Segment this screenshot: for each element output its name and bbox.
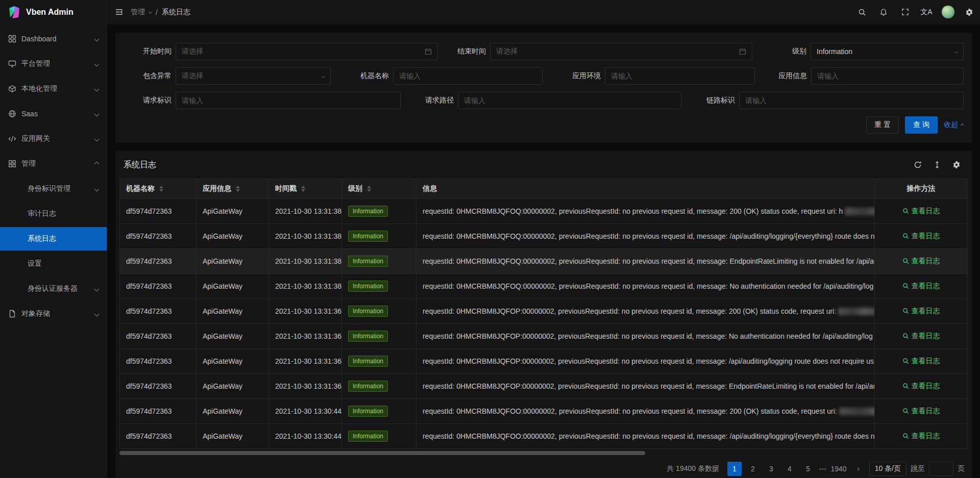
page-button-2[interactable]: 2 (746, 462, 760, 476)
cell-timestamp: 2021-10-30 13:31:38 (269, 249, 342, 274)
menu-fold-icon[interactable] (107, 0, 131, 24)
row-height-icon[interactable] (933, 161, 941, 169)
level-label: 级别 (771, 47, 806, 56)
logo[interactable]: Vben Admin (0, 0, 107, 24)
filter-row-2: 包含异常 请选择 机器名称 应用环境 应用信息 (124, 67, 964, 85)
page-button-3[interactable]: 3 (764, 462, 778, 476)
view-log-link[interactable]: 查看日志 (902, 307, 940, 316)
avatar-wrap[interactable] (937, 0, 959, 24)
level-badge: Information (348, 331, 388, 342)
redacted-text (845, 208, 874, 215)
level-select-value: Information (817, 47, 852, 56)
include-exception-select[interactable]: 请选择 (176, 67, 331, 85)
jump-page-input[interactable] (929, 462, 953, 476)
level-badge: Information (348, 231, 388, 242)
sidebar-item-label: 管理 (21, 159, 95, 168)
cell-timestamp: 2021-10-30 13:31:38 (269, 274, 342, 299)
collapse-toggle[interactable]: 收起 (944, 120, 964, 130)
start-time-picker[interactable]: 请选择 (176, 43, 438, 60)
breadcrumb-separator: / (156, 8, 158, 16)
view-log-link[interactable]: 查看日志 (902, 382, 940, 391)
page-button-1[interactable]: 1 (727, 462, 742, 476)
trace-id-input[interactable] (739, 92, 964, 109)
table-row: df5974d72363 ApiGateWay 2021-10-30 13:31… (120, 349, 968, 374)
logo-icon (7, 5, 21, 19)
cell-timestamp: 2021-10-30 13:31:38 (269, 199, 342, 224)
cell-app: ApiGateWay (197, 224, 269, 249)
sidebar-item-manage[interactable]: 管理 (0, 152, 107, 175)
table-header-row: 机器名称 应用信息 时间戳 级别 信息 操作方法 (120, 179, 968, 199)
sort-icon[interactable] (301, 186, 305, 192)
app-env-label: 应用环境 (561, 71, 601, 81)
chevron-down-icon (94, 36, 100, 41)
request-path-input[interactable] (458, 92, 681, 109)
sidebar-item-saas[interactable]: Saas (0, 102, 107, 125)
chevron-up-icon (961, 123, 964, 127)
query-button[interactable]: 查 询 (905, 116, 938, 134)
sidebar-item-dashboard[interactable]: Dashboard (0, 27, 107, 51)
cell-timestamp: 2021-10-30 13:30:44 (269, 424, 342, 449)
view-log-link[interactable]: 查看日志 (902, 432, 940, 441)
end-time-picker[interactable]: 请选择 (490, 43, 752, 60)
cell-machine: df5974d72363 (120, 199, 197, 224)
view-log-link[interactable]: 查看日志 (902, 207, 940, 216)
sort-icon[interactable] (159, 186, 163, 192)
app-info-input[interactable] (811, 67, 964, 85)
scrollbar-thumb[interactable] (119, 451, 645, 455)
view-log-link[interactable]: 查看日志 (902, 357, 940, 366)
reset-button[interactable]: 重 置 (866, 116, 899, 134)
sidebar-menu: Dashboard 平台管理 本地化管理 Saas (0, 24, 107, 325)
view-log-link[interactable]: 查看日志 (902, 257, 940, 266)
settings-gear-icon[interactable] (959, 0, 980, 24)
request-id-input[interactable] (176, 92, 401, 109)
sidebar-item-audit-logs[interactable]: 审计日志 (0, 202, 107, 225)
level-field: 级别 Information (771, 43, 964, 60)
column-settings-gear-icon[interactable] (952, 161, 961, 169)
sidebar-item-auth-server[interactable]: 身份认证服务器 (0, 277, 107, 300)
next-page-button[interactable] (851, 462, 865, 476)
view-log-link[interactable]: 查看日志 (902, 232, 940, 241)
view-log-link[interactable]: 查看日志 (902, 282, 940, 291)
page-button-4[interactable]: 4 (782, 462, 797, 476)
fullscreen-icon[interactable] (894, 0, 916, 24)
sidebar-item-object-storage[interactable]: 对象存储 (0, 302, 107, 325)
column-header-app[interactable]: 应用信息 (197, 179, 269, 199)
cell-level: Information (342, 374, 416, 399)
sidebar-item-identity-mgmt[interactable]: 身份标识管理 (0, 177, 107, 200)
view-log-link[interactable]: 查看日志 (902, 407, 940, 416)
column-header-machine[interactable]: 机器名称 (120, 179, 197, 199)
cell-machine: df5974d72363 (120, 324, 197, 349)
jump-label: 跳至 (911, 464, 925, 473)
sidebar-item-localization[interactable]: 本地化管理 (0, 77, 107, 100)
machine-name-input[interactable] (393, 67, 543, 85)
column-header-timestamp[interactable]: 时间戳 (269, 179, 342, 199)
page-button-last[interactable]: 1940 (830, 462, 846, 476)
view-log-link[interactable]: 查看日志 (902, 332, 940, 341)
column-header-level[interactable]: 级别 (342, 179, 416, 199)
search-icon[interactable] (851, 0, 873, 24)
level-select[interactable]: Information (811, 43, 964, 60)
sidebar-item-system-logs[interactable]: 系统日志 (0, 227, 107, 250)
breadcrumb-parent[interactable]: 管理 (131, 8, 145, 17)
sidebar-item-label: 身份标识管理 (28, 184, 95, 193)
sidebar-item-gateway[interactable]: 应用网关 (0, 127, 107, 150)
level-badge: Information (348, 431, 388, 442)
sidebar-item-platform[interactable]: 平台管理 (0, 52, 107, 76)
pagination-ellipsis[interactable]: ••• (819, 466, 827, 472)
chevron-down-icon (94, 136, 100, 141)
page-size-select[interactable]: 10 条/页 (869, 462, 906, 476)
sort-icon[interactable] (236, 186, 240, 192)
sidebar-item-settings[interactable]: 设置 (0, 252, 107, 275)
cell-machine: df5974d72363 (120, 274, 197, 299)
cell-message: requestId: 0HMCRBM8JQFOO:00000002, previ… (416, 424, 875, 449)
cell-app: ApiGateWay (197, 349, 269, 374)
refresh-icon[interactable] (914, 161, 922, 169)
app-env-input[interactable] (605, 67, 755, 85)
page-button-5[interactable]: 5 (801, 462, 815, 476)
sort-icon[interactable] (367, 186, 371, 192)
sidebar-item-label: 对象存储 (21, 309, 95, 318)
table-row: df5974d72363 ApiGateWay 2021-10-30 13:31… (120, 199, 968, 224)
cell-action: 查看日志 (875, 249, 968, 274)
notification-bell-icon[interactable] (873, 0, 894, 24)
translate-icon[interactable]: 文A (916, 0, 937, 24)
